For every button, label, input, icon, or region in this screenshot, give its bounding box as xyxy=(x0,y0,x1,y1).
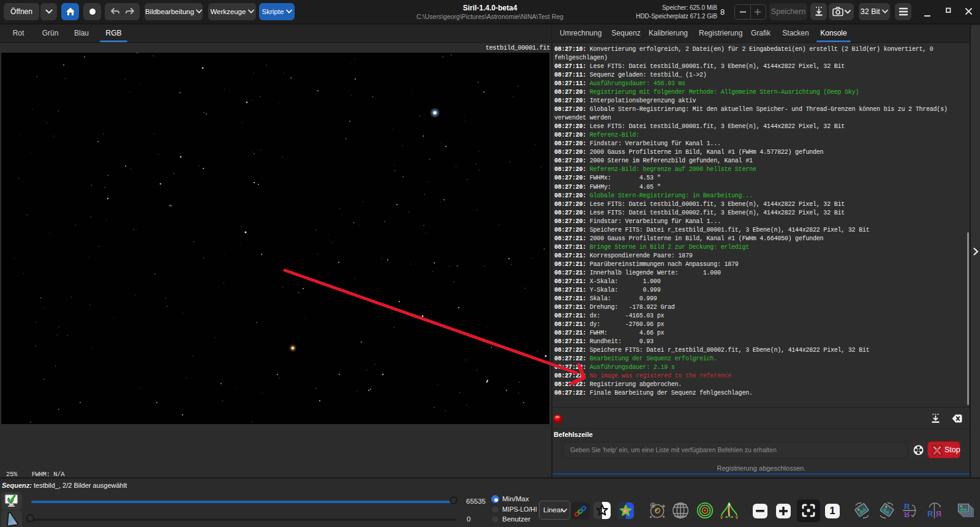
svg-text:R: R xyxy=(935,509,941,518)
svg-text:R: R xyxy=(927,509,933,518)
svg-text:R: R xyxy=(904,510,910,519)
svg-text:R: R xyxy=(904,502,910,511)
